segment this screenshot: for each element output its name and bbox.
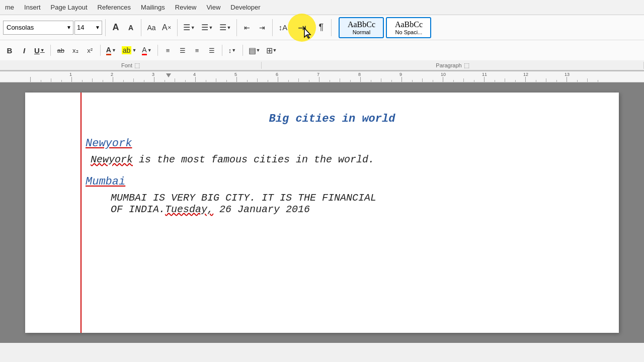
shading-icon: ▤ [249, 46, 256, 55]
nospacing-style-button[interactable]: AaBbCc No Spaci... [386, 17, 431, 38]
sep4 [236, 19, 237, 36]
sep11 [243, 45, 243, 56]
align-right-icon: ≡ [195, 47, 199, 54]
change-case-icon: Aa [147, 24, 155, 32]
sep7 [50, 45, 51, 56]
pilcrow-icon: ¶ [319, 22, 324, 33]
grow-font-icon: A [113, 22, 119, 33]
text-color-icon: A [142, 46, 146, 55]
underline-button[interactable]: U ▼ [32, 44, 47, 57]
borders-dropdown-icon: ▼ [273, 48, 277, 53]
highlight-color-button[interactable]: ab ▼ [120, 44, 139, 57]
line-spacing-button[interactable]: ↕ ▼ [226, 44, 239, 57]
font-color-button[interactable]: A ▼ [104, 44, 118, 57]
menu-review[interactable]: Review [170, 2, 202, 13]
sort-icon: ↕A [279, 23, 288, 32]
numbered-list-dropdown-icon: ▼ [209, 25, 213, 30]
multilevel-list-button[interactable]: ☰ ▼ [217, 21, 234, 35]
cursor-icon [302, 27, 312, 39]
menu-mailings[interactable]: Mailings [136, 2, 170, 13]
decrease-indent-button[interactable]: ⇤ [240, 21, 254, 35]
font-expand-icon[interactable]: ⬚ [134, 62, 140, 69]
shading-button[interactable]: ▤ ▼ [247, 44, 263, 57]
newyork-underline-text: Newyork [91, 154, 133, 165]
increase-indent-button[interactable]: ⇥ [255, 21, 269, 35]
city-body-mumbai: MUMBAI IS VERY BIG CITY. IT IS THE FINAN… [86, 192, 579, 215]
normal-style-button[interactable]: AaBbCc Normal [339, 17, 384, 38]
bold-icon: B [7, 46, 13, 55]
menu-developer[interactable]: Developer [225, 2, 265, 13]
paragraph-section-label: Paragraph ⬚ [262, 62, 644, 69]
menu-page-layout[interactable]: Page Layout [46, 2, 93, 13]
sep2 [141, 19, 141, 36]
clear-format-icon: A [162, 23, 168, 32]
toolbar-row1: Consolas ▼ 14 ▼ A A Aa A✕ [0, 15, 644, 40]
bullet-list-button[interactable]: ☰ ▼ [181, 21, 198, 35]
superscript-button[interactable]: x² [84, 44, 97, 57]
document-area: Big cities in world Newyork Newyork is t… [0, 82, 644, 343]
menu-references[interactable]: References [93, 2, 136, 13]
grow-font-button[interactable]: A [109, 21, 123, 35]
align-right-button[interactable]: ≡ [191, 44, 204, 57]
sep8 [100, 45, 101, 56]
paragraph-expand-icon[interactable]: ⬚ [464, 62, 469, 69]
multilevel-list-dropdown-icon: ▼ [227, 25, 231, 30]
bullet-list-dropdown-icon: ▼ [191, 25, 195, 30]
sep5 [272, 19, 273, 36]
pilcrow-button[interactable]: ¶ [314, 21, 328, 35]
borders-button[interactable]: ⊞ ▼ [264, 44, 279, 57]
shrink-font-icon: A [128, 24, 133, 32]
menu-view[interactable]: View [201, 2, 225, 13]
justify-button[interactable]: ☰ [205, 44, 218, 57]
justify-icon: ☰ [209, 47, 215, 54]
clear-format-button[interactable]: A✕ [159, 21, 174, 35]
toolbar-labels: Font ⬚ Paragraph ⬚ [0, 60, 644, 70]
city-heading-mumbai: Mumbai [86, 175, 579, 188]
font-size-selector[interactable]: 14 [74, 21, 102, 35]
shading-dropdown-icon: ▼ [256, 48, 261, 53]
mumbai-tuesday-text: Tuesday, [165, 204, 213, 215]
text-color-button[interactable]: A ▼ [140, 44, 153, 57]
numbered-list-button[interactable]: ☰ ▼ [199, 21, 216, 35]
align-center-button[interactable]: ☰ [176, 44, 189, 57]
normal-style-preview: AaBbCc [348, 20, 375, 29]
highlight-color-icon: ab [122, 46, 132, 54]
italic-button[interactable]: I [18, 44, 31, 57]
font-section-label: Font ⬚ [0, 62, 262, 69]
text-color-dropdown-icon: ▼ [147, 48, 152, 53]
sep10 [222, 45, 222, 56]
menu-file[interactable]: me [0, 2, 19, 13]
menu-insert[interactable]: Insert [19, 2, 46, 13]
font-color-dropdown-icon: ▼ [112, 48, 116, 53]
subscript-icon: x₂ [72, 47, 78, 54]
sep3 [177, 19, 178, 36]
sort-button[interactable]: ↕A [276, 21, 290, 35]
normal-style-label: Normal [353, 29, 370, 35]
indent-marker[interactable] [166, 73, 171, 77]
nospacing-style-label: No Spaci... [395, 29, 423, 35]
document-title: Big cities in world [86, 113, 579, 125]
highlighted-button[interactable]: ⇥ [291, 17, 313, 39]
font-size-selector-wrapper[interactable]: 14 ▼ [74, 21, 102, 35]
ribbon: Consolas ▼ 14 ▼ A A Aa A✕ [0, 15, 644, 71]
bold-button[interactable]: B [3, 44, 16, 57]
line-spacing-dropdown-icon: ▼ [231, 48, 236, 53]
numbered-list-icon: ☰ [201, 23, 208, 32]
superscript-icon: x² [87, 47, 93, 54]
italic-icon: I [23, 46, 25, 55]
change-case-button[interactable]: Aa [144, 21, 158, 35]
borders-icon: ⊞ [266, 46, 273, 55]
multilevel-list-icon: ☰ [219, 23, 226, 32]
bullet-list-icon: ☰ [183, 23, 190, 32]
subscript-button[interactable]: x₂ [69, 44, 82, 57]
font-selector-wrapper[interactable]: Consolas ▼ [3, 21, 73, 35]
align-left-button[interactable]: ≡ [162, 44, 175, 57]
ruler: 12345678910111213 [0, 71, 644, 82]
align-center-icon: ☰ [180, 47, 186, 54]
nospacing-style-preview: AaBbCc [395, 20, 423, 29]
font-selector[interactable]: Consolas [3, 21, 73, 35]
shrink-font-button[interactable]: A [124, 21, 138, 35]
ruler-inner: 12345678910111213 [0, 71, 644, 82]
strikethrough-button[interactable]: ab [54, 44, 67, 57]
font-color-icon: A [106, 46, 111, 55]
